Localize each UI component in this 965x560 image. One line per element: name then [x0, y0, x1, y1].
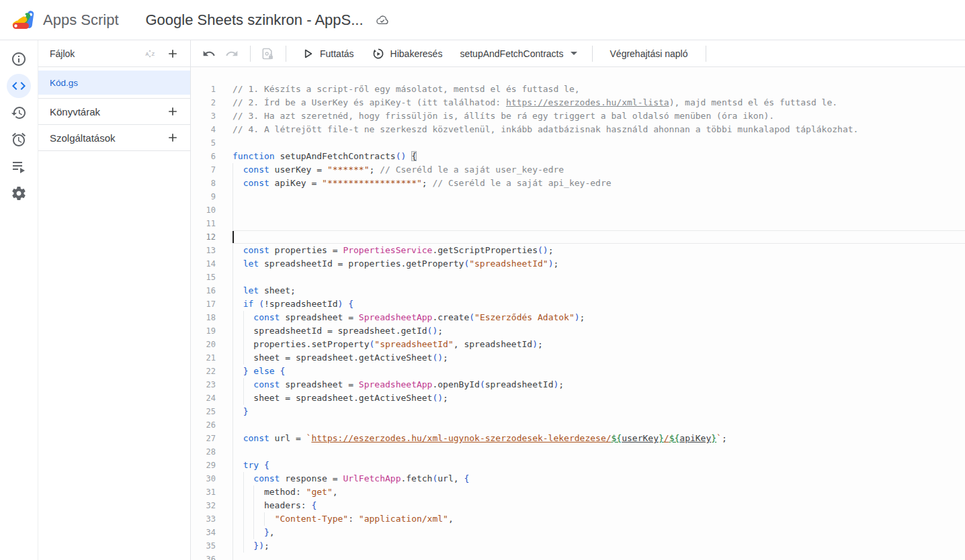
undo-button[interactable]	[200, 45, 218, 62]
code-line[interactable]: 1// 1. Készíts a script-ről egy másolato…	[191, 83, 965, 96]
add-library-button[interactable]	[165, 103, 181, 120]
project-title[interactable]: Google Sheets szinkron - AppS...	[146, 11, 364, 29]
rail-overview-button[interactable]	[0, 46, 38, 73]
sort-files-button[interactable]: A Z	[142, 46, 158, 62]
code-line[interactable]: 16 let sheet;	[191, 284, 965, 297]
line-number[interactable]: 23	[191, 378, 216, 391]
code-line[interactable]: 10	[191, 203, 965, 217]
code-line[interactable]: 20 properties.setProperty("spreadsheetId…	[191, 338, 965, 351]
add-file-button[interactable]	[165, 46, 181, 62]
code-line[interactable]: 4// 4. A létrejött file-t ne szerkeszd k…	[191, 123, 965, 136]
line-number[interactable]: 33	[191, 512, 216, 526]
line-number[interactable]: 3	[191, 109, 216, 123]
execution-log-button[interactable]: Végrehajtási napló	[601, 44, 698, 63]
rail-executions-button[interactable]	[0, 153, 38, 180]
line-number[interactable]: 31	[191, 485, 216, 499]
code-line[interactable]: 28	[191, 445, 965, 459]
function-selector[interactable]: setupAndFetchContracts	[453, 44, 583, 63]
line-number[interactable]: 28	[191, 445, 216, 459]
line-number[interactable]: 32	[191, 499, 216, 512]
line-number[interactable]: 24	[191, 391, 216, 405]
file-item-kod-gs[interactable]: Kód.gs	[38, 71, 190, 95]
line-number[interactable]: 6	[191, 150, 216, 163]
line-number[interactable]: 9	[191, 190, 216, 203]
code-line[interactable]: 8 const apiKey = "*****************"; //…	[191, 177, 965, 190]
code-line[interactable]: 22 } else {	[191, 365, 965, 378]
line-number[interactable]: 14	[191, 257, 216, 271]
code-line[interactable]: 27 const url = `https://eszerzodes.hu/xm…	[191, 432, 965, 445]
code-editor[interactable]: 1// 1. Készíts a script-ről egy másolato…	[191, 67, 965, 560]
code-line[interactable]: 21 sheet = spreadsheet.getActiveSheet();	[191, 351, 965, 365]
code-line[interactable]: 19 spreadsheetId = spreadsheet.getId();	[191, 324, 965, 338]
code-line[interactable]: 2// 2. Írd be a UserKey és apiKey-t (itt…	[191, 96, 965, 109]
code-line[interactable]: 14 let spreadsheetId = properties.getPro…	[191, 257, 965, 271]
line-number[interactable]: 22	[191, 365, 216, 378]
code-line[interactable]: 15	[191, 271, 965, 284]
line-number[interactable]: 16	[191, 284, 216, 297]
line-number[interactable]: 15	[191, 271, 216, 284]
line-number[interactable]: 25	[191, 405, 216, 418]
line-number[interactable]: 8	[191, 177, 216, 190]
line-number[interactable]: 20	[191, 338, 216, 351]
line-number[interactable]: 19	[191, 324, 216, 338]
line-number[interactable]: 5	[191, 136, 216, 150]
line-number[interactable]: 29	[191, 459, 216, 472]
run-play-icon	[301, 47, 314, 60]
code-line[interactable]: 33 "Content-Type": "application/xml",	[191, 512, 965, 526]
code-line[interactable]: 17 if (!spreadsheetId) {	[191, 297, 965, 311]
code-line[interactable]: 24 sheet = spreadsheet.getActiveSheet();	[191, 391, 965, 405]
code-line[interactable]: 34 },	[191, 526, 965, 539]
code-line[interactable]: 9	[191, 190, 965, 203]
code-line[interactable]: 31 method: "get",	[191, 485, 965, 499]
debug-button[interactable]: Hibakeresés	[365, 43, 450, 64]
code-token: "spreadsheetId"	[469, 259, 548, 269]
rail-settings-button[interactable]	[0, 180, 38, 207]
line-number[interactable]: 35	[191, 539, 216, 553]
code-line[interactable]: 18 const spreadsheet = SpreadsheetApp.cr…	[191, 311, 965, 324]
code-token: {	[411, 151, 417, 161]
line-number[interactable]: 2	[191, 96, 216, 109]
line-number[interactable]: 34	[191, 526, 216, 539]
save-button[interactable]	[259, 45, 276, 62]
app-name[interactable]: Apps Script	[43, 11, 119, 29]
services-section[interactable]: Szolgáltatások	[38, 125, 190, 151]
run-button[interactable]: Futtatás	[294, 43, 361, 64]
line-number[interactable]: 1	[191, 83, 216, 96]
code-line[interactable]: 32 headers: {	[191, 499, 965, 512]
line-number[interactable]: 27	[191, 432, 216, 445]
line-number[interactable]: 4	[191, 123, 216, 136]
rail-editor-button[interactable]	[0, 73, 38, 99]
line-number[interactable]: 10	[191, 203, 216, 217]
code-token: ;	[558, 379, 564, 389]
line-number[interactable]: 12	[191, 230, 216, 244]
code-line[interactable]: 3// 3. Ha azt szeretnéd, hogy frissüljön…	[191, 109, 965, 123]
line-number[interactable]: 21	[191, 351, 216, 365]
code-line[interactable]: 36	[191, 553, 965, 560]
code-token: const	[243, 245, 269, 255]
code-line[interactable]: 26	[191, 418, 965, 432]
line-number[interactable]: 36	[191, 553, 216, 560]
line-number[interactable]: 18	[191, 311, 216, 324]
code-line[interactable]: 11	[191, 217, 965, 230]
libraries-section[interactable]: Könyvtárak	[38, 99, 190, 125]
redo-button[interactable]	[223, 45, 241, 62]
rail-history-button[interactable]	[0, 99, 38, 126]
code-line[interactable]: 7 const userKey = "******"; // Cseréld l…	[191, 163, 965, 177]
code-line[interactable]: 30 const response = UrlFetchApp.fetch(ur…	[191, 472, 965, 485]
code-line[interactable]: 25 }	[191, 405, 965, 418]
line-number[interactable]: 11	[191, 217, 216, 230]
rail-triggers-button[interactable]	[0, 126, 38, 153]
code-line[interactable]: 5	[191, 136, 965, 150]
line-number[interactable]: 17	[191, 297, 216, 311]
line-number[interactable]: 26	[191, 418, 216, 432]
code-line[interactable]: 35 });	[191, 539, 965, 553]
line-number[interactable]: 30	[191, 472, 216, 485]
add-service-button[interactable]	[165, 130, 181, 146]
code-line[interactable]: 13 const properties = PropertiesService.…	[191, 244, 965, 257]
line-number[interactable]: 7	[191, 163, 216, 177]
code-line[interactable]: 29 try {	[191, 459, 965, 472]
code-line[interactable]: 6function setupAndFetchContracts() {	[191, 150, 965, 163]
code-line[interactable]: 12	[191, 230, 965, 244]
code-line[interactable]: 23 const spreadsheet = SpreadsheetApp.op…	[191, 378, 965, 391]
line-number[interactable]: 13	[191, 244, 216, 257]
